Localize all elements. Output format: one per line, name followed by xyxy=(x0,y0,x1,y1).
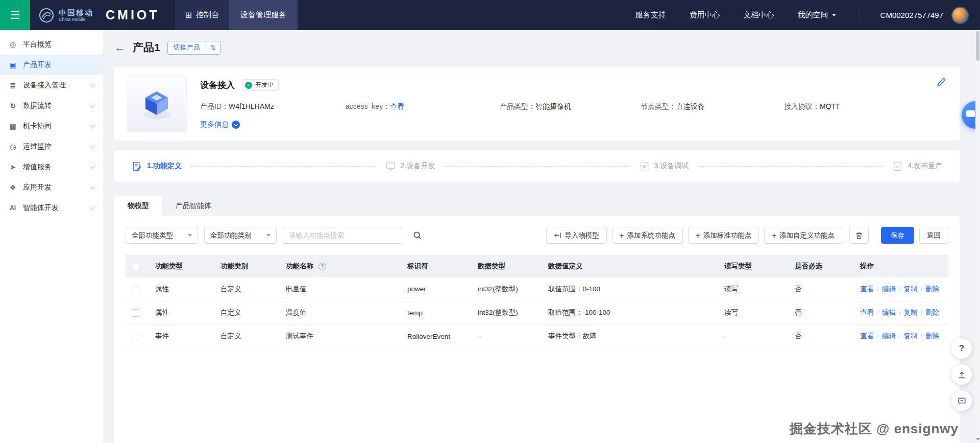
service-tab-label: 设备管理服务 xyxy=(240,10,286,20)
plus-icon: + xyxy=(696,231,700,239)
sidebar-item-ops-monitoring[interactable]: ◷ 运维监控 xyxy=(0,136,103,157)
nav-my-space[interactable]: 我的空间 xyxy=(798,10,836,20)
page-title: 产品1 xyxy=(133,40,160,55)
nav-docs-center[interactable]: 文档中心 xyxy=(744,10,774,20)
paper-plane-icon: ➤ xyxy=(8,163,17,171)
copy-link[interactable]: 复制 xyxy=(904,309,918,316)
row-checkbox[interactable] xyxy=(132,286,139,293)
console-tab[interactable]: ⊞ 控制台 xyxy=(175,0,229,30)
step-label: 4.发布量产 xyxy=(908,161,942,171)
delete-link[interactable]: 删除 xyxy=(925,309,939,316)
step-release-mass-production[interactable]: 4.发布量产 xyxy=(892,161,942,172)
search-button[interactable] xyxy=(408,227,427,244)
scrollbar[interactable] xyxy=(975,30,980,443)
select-value: 全部功能类别 xyxy=(210,231,252,240)
row-checkbox[interactable] xyxy=(132,309,139,317)
edit-link[interactable]: 编辑 xyxy=(882,285,896,293)
china-mobile-logo-icon xyxy=(38,7,55,24)
scroll-down-arrow-icon[interactable] xyxy=(976,438,980,440)
sidebar-item-product-development[interactable]: ▣ 产品开发 xyxy=(0,55,103,75)
select-value: 全部功能类型 xyxy=(132,231,173,240)
add-custom-point-button[interactable]: + 添加自定义功能点 xyxy=(764,227,842,244)
nav-billing-center[interactable]: 费用中心 xyxy=(690,10,720,20)
table-row: 属性 自定义 温度值 temp int32(整数型) 取值范围：-100-100… xyxy=(126,301,948,324)
tab-label: 物模型 xyxy=(128,201,149,211)
chevron-down-icon xyxy=(90,82,95,87)
product-fields: 产品ID： W4f1HLHAMz access_key： 查看 产品类型： 智能… xyxy=(200,102,947,111)
avatar[interactable] xyxy=(951,7,969,24)
message-float-button[interactable] xyxy=(951,390,972,411)
brand-en: China Mobile xyxy=(59,17,93,22)
console-label: 控制台 xyxy=(196,10,219,20)
delete-link[interactable]: 删除 xyxy=(925,332,939,340)
swap-vertical-icon: ⇅ xyxy=(206,41,220,54)
sidebar-item-ai-agent-development[interactable]: AI 智能体开发 xyxy=(0,198,103,218)
help-float-button[interactable]: ? xyxy=(951,338,972,359)
field-label: 产品类型： xyxy=(500,102,535,111)
column-header: 数据值定义 xyxy=(548,262,583,270)
hamburger-menu-button[interactable]: ☰ xyxy=(0,0,30,30)
layers-icon: ≣ xyxy=(8,81,17,89)
view-link[interactable]: 查看 xyxy=(860,285,874,293)
node-type-field: 节点类型： 直连设备 xyxy=(641,102,784,111)
row-checkbox[interactable] xyxy=(132,333,139,340)
product-id-field: 产品ID： W4f1HLHAMz xyxy=(200,102,346,111)
cell-value-def: 取值范围：0-100 xyxy=(548,285,600,293)
chevron-down-circle-icon[interactable] xyxy=(232,121,240,129)
sidebar-item-app-development[interactable]: ❖ 应用开发 xyxy=(0,177,103,198)
view-access-key-link[interactable]: 查看 xyxy=(390,102,404,111)
more-info-link[interactable]: 更多信息 xyxy=(200,120,229,129)
function-category-select[interactable]: 全部功能类别 xyxy=(204,227,277,244)
step-function-definition[interactable]: 1.功能定义 xyxy=(132,161,182,172)
sidebar-item-platform-overview[interactable]: ◎ 平台概览 xyxy=(0,34,103,55)
step-label: 1.功能定义 xyxy=(147,161,182,171)
copy-link[interactable]: 复制 xyxy=(904,332,918,340)
delete-selected-button[interactable] xyxy=(849,227,869,244)
sidebar-item-value-added-services[interactable]: ➤ 增值服务 xyxy=(0,157,103,177)
step-device-development[interactable]: 2.设备开发 xyxy=(385,161,435,172)
edit-link[interactable]: 编辑 xyxy=(882,332,896,340)
app: ☰ 中国移动 China Mobile CMIOT ⊞ 控制台 设备管理服务 服… xyxy=(0,0,980,443)
function-points-table: 功能类型 功能类别 功能名称 ? 标识符 数据类型 数据值定义 读写类型 是否必… xyxy=(126,255,948,348)
scrollbar-thumb[interactable] xyxy=(976,31,979,61)
help-icon[interactable]: ? xyxy=(318,263,326,270)
edit-link[interactable]: 编辑 xyxy=(882,309,896,316)
sidebar-item-sim-card-collaboration[interactable]: ▤ 机卡协同 xyxy=(0,116,103,136)
chevron-down-icon xyxy=(832,14,836,16)
back-arrow-icon[interactable]: ← xyxy=(114,42,126,53)
service-tab-device-management[interactable]: 设备管理服务 xyxy=(229,0,298,30)
view-link[interactable]: 查看 xyxy=(860,332,874,340)
function-type-select[interactable]: 全部功能类型 xyxy=(126,227,198,244)
console-grid-icon: ⊞ xyxy=(185,10,192,20)
question-icon: ? xyxy=(959,343,964,354)
import-thing-model-button[interactable]: 导入物模型 xyxy=(546,227,607,244)
button-label: 返回 xyxy=(927,231,941,240)
account-id[interactable]: CM002027577497 xyxy=(880,11,943,19)
divider: / xyxy=(921,309,923,316)
sidebar-item-device-access-management[interactable]: ≣ 设备接入管理 xyxy=(0,75,103,96)
tabs: 物模型 产品智能体 xyxy=(114,196,960,216)
chevron-down-icon xyxy=(90,143,95,148)
edit-pencil-icon[interactable] xyxy=(937,77,946,88)
select-all-checkbox[interactable] xyxy=(132,263,139,270)
step-device-debugging[interactable]: 3.设备调试 xyxy=(639,161,689,172)
sidebar-item-data-flow[interactable]: ↻ 数据流转 xyxy=(0,96,103,116)
save-button[interactable]: 保存 xyxy=(881,227,914,244)
workflow-steps: 1.功能定义 2.设备开发 3.设备调试 xyxy=(114,150,960,182)
tab-product-agent[interactable]: 产品智能体 xyxy=(162,196,225,216)
delete-link[interactable]: 删除 xyxy=(925,285,939,293)
nav-service-support[interactable]: 服务支持 xyxy=(635,10,666,20)
search-input[interactable] xyxy=(283,227,402,244)
add-system-point-button[interactable]: + 添加系统功能点 xyxy=(612,227,683,244)
tab-thing-model[interactable]: 物模型 xyxy=(114,196,162,216)
switch-product-button[interactable]: 切换产品 ⇅ xyxy=(167,41,220,55)
copy-link[interactable]: 复制 xyxy=(904,285,918,293)
view-link[interactable]: 查看 xyxy=(860,309,874,316)
add-standard-point-button[interactable]: + 添加标准功能点 xyxy=(688,227,759,244)
feedback-float-button[interactable] xyxy=(951,364,972,385)
back-button[interactable]: 返回 xyxy=(919,227,948,244)
plus-icon: + xyxy=(620,231,624,239)
cmiot-logo: CMIOT xyxy=(106,8,160,22)
field-value: 直连设备 xyxy=(676,102,705,111)
button-label: 添加自定义功能点 xyxy=(779,231,835,240)
